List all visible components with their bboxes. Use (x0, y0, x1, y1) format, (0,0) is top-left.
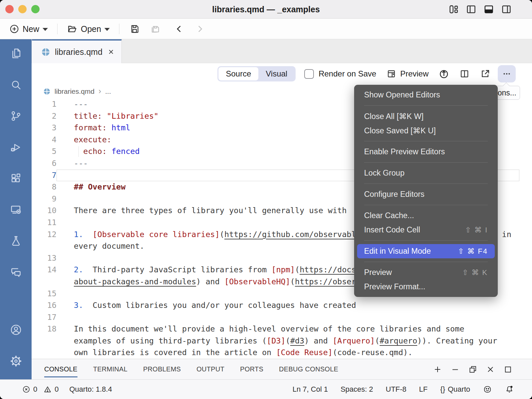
eol-status[interactable]: LF (419, 385, 428, 394)
line-number: 10 (32, 205, 57, 217)
panel-tab-output[interactable]: OUTPUT (197, 359, 224, 380)
open-dropdown-caret (104, 28, 110, 31)
breadcrumb-chevron-icon: › (98, 86, 101, 96)
breadcrumb-more[interactable]: ... (105, 87, 111, 95)
tab-close-icon[interactable] (107, 48, 115, 56)
menu-separator (364, 162, 488, 163)
customize-layout-icon[interactable] (448, 4, 459, 15)
panel-restore-icon[interactable] (468, 365, 477, 374)
menu-item-close-saved-k-u[interactable]: Close Saved [⌘K U] (354, 123, 498, 138)
save-icon[interactable] (129, 24, 140, 34)
tab-libraries-qmd[interactable]: libraries.qmd (32, 39, 122, 63)
breadcrumb-file[interactable]: libraries.qmd (55, 87, 94, 95)
line-number: 18 (32, 323, 57, 335)
menu-item-preview-format[interactable]: Preview Format... (354, 280, 498, 294)
run-and-debug-icon[interactable] (10, 141, 22, 154)
panel-minimize-icon[interactable] (451, 365, 460, 374)
encoding-status[interactable]: UTF-8 (386, 385, 406, 394)
explorer-icon[interactable] (10, 47, 22, 60)
line-number: 4 (32, 134, 57, 146)
toolbar-separator (119, 24, 119, 34)
panel-tab-debug-console[interactable]: DEBUG CONSOLE (279, 359, 338, 380)
menu-item-edit-in-visual-mode[interactable]: Edit in Visual Mode⇧ ⌘ F4 (357, 244, 495, 258)
indentation-status[interactable]: Spaces: 2 (340, 385, 373, 394)
panel-tab-problems[interactable]: PROBLEMS (143, 359, 181, 380)
menu-item-clear-cache[interactable]: Clear Cache... (354, 208, 498, 223)
render-icon[interactable] (439, 68, 449, 79)
new-dropdown-caret (43, 28, 48, 31)
line-number: 12 (32, 229, 57, 241)
menu-shortcut: ⇧ ⌘ I (465, 226, 488, 234)
source-mode-button[interactable]: Source (218, 67, 258, 80)
menu-item-preview[interactable]: Preview⇧ ⌘ K (354, 265, 498, 280)
line-number: 7 (32, 170, 57, 182)
code-line-18-wrap1[interactable]: examples of using third-party libraries … (32, 335, 532, 347)
code-line-17[interactable]: 17 (32, 312, 532, 324)
panel-tab-ports[interactable]: PORTS (240, 359, 263, 380)
source-visual-toggle: Source Visual (217, 66, 296, 81)
quarto-version-status[interactable]: Quarto: 1.8.4 (69, 385, 112, 394)
extensions-icon[interactable] (10, 172, 22, 185)
line-number: 5 (32, 146, 57, 158)
panel-close-icon[interactable] (486, 365, 495, 374)
panel-maximize-icon[interactable] (503, 365, 513, 374)
panel-tab-terminal[interactable]: TERMINAL (93, 359, 128, 380)
code-line-18-wrap2[interactable]: own libraries is covered in the article … (32, 347, 532, 359)
menu-separator (364, 184, 488, 184)
comments-icon[interactable] (10, 266, 22, 279)
toggle-sidebar-icon[interactable] (466, 4, 477, 15)
problems-status[interactable]: 0 0 (22, 385, 59, 394)
activity-bar (0, 39, 32, 379)
panel-tab-console[interactable]: CONSOLE (44, 359, 77, 380)
visual-mode-button[interactable]: Visual (258, 67, 295, 80)
menu-separator (364, 240, 488, 241)
more-actions-button[interactable] (498, 65, 516, 82)
cursor-position-status[interactable]: Ln 7, Col 1 (293, 385, 328, 394)
new-plus-icon (9, 24, 19, 34)
quarto-file-icon (43, 88, 51, 95)
language-mode-status[interactable]: {} Quarto (440, 385, 470, 394)
menu-item-show-opened-editors[interactable]: Show Opened Editors (354, 88, 498, 102)
line-number: 15 (32, 288, 57, 300)
menu-item-enable-preview-editors[interactable]: Enable Preview Editors (354, 145, 498, 159)
line-number (32, 347, 57, 359)
braces-icon: {} (440, 385, 445, 394)
open-in-new-window-icon[interactable] (480, 68, 490, 79)
settings-gear-icon[interactable] (10, 355, 22, 367)
toggle-secondary-sidebar-icon[interactable] (501, 4, 512, 15)
line-number: 2 (32, 110, 57, 122)
open-button[interactable]: Open (65, 22, 112, 36)
render-on-save-checkbox[interactable] (304, 69, 314, 79)
menu-separator (364, 262, 488, 262)
menu-separator (364, 105, 488, 106)
menu-item-lock-group[interactable]: Lock Group (354, 166, 498, 180)
menu-item-close-all-k-w[interactable]: Close All [⌘K W] (354, 109, 498, 123)
line-number (32, 335, 57, 347)
code-line-16[interactable]: 163. Custom libraries you and/or your co… (32, 300, 532, 312)
toggle-panel-icon[interactable] (483, 4, 494, 15)
menu-item-configure-editors[interactable]: Configure Editors (354, 187, 498, 201)
render-on-save-label: Render on Save (319, 69, 376, 78)
editor-tab-strip: libraries.qmd (32, 39, 532, 63)
menu-separator (364, 141, 488, 141)
notifications-bell-icon[interactable] (505, 385, 514, 394)
open-folder-icon (67, 24, 77, 34)
code-line-18[interactable]: 18In this document we'll provide a high-… (32, 323, 532, 335)
feedback-smiley-icon[interactable] (483, 385, 492, 394)
line-number: 16 (32, 300, 57, 312)
new-button[interactable]: New (7, 23, 50, 35)
line-number: 17 (32, 312, 57, 324)
remote-explorer-icon[interactable] (10, 203, 22, 216)
source-control-icon[interactable] (10, 110, 22, 122)
menu-item-insert-code-cell[interactable]: Insert Code Cell⇧ ⌘ I (354, 223, 498, 237)
split-editor-icon[interactable] (459, 68, 470, 79)
top-toolbar: New Open Search Python 3.12.1 ( (0, 19, 532, 39)
testing-icon[interactable] (10, 235, 22, 247)
warning-icon (43, 385, 52, 394)
titlebar: libraries.qmd — _examples (0, 0, 532, 19)
panel-add-icon[interactable] (433, 365, 442, 374)
preview-button[interactable]: Preview (386, 69, 429, 79)
search-sidebar-icon[interactable] (10, 78, 22, 91)
navigate-back-icon[interactable] (174, 24, 185, 34)
account-icon[interactable] (10, 324, 22, 336)
